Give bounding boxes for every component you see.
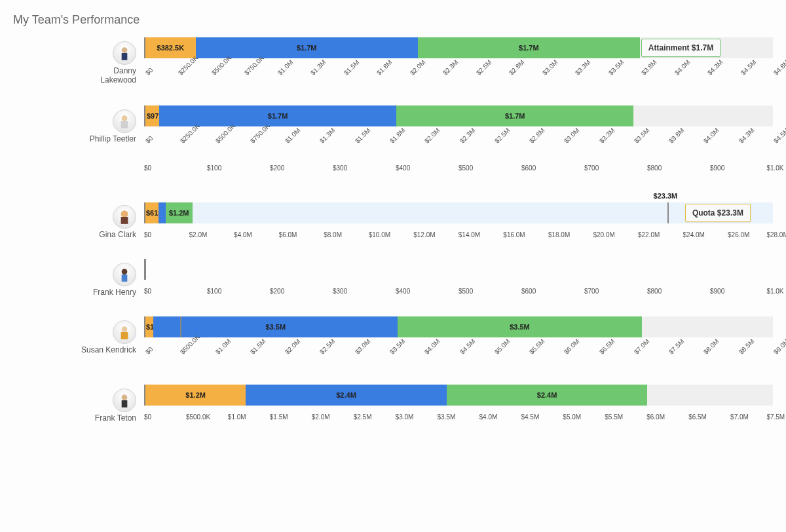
tick: $400 — [396, 164, 410, 172]
segment-green: $1.2M — [166, 202, 193, 223]
tick: $100 — [207, 164, 221, 172]
bar-track-empty — [144, 259, 773, 280]
tick: $2.8M — [508, 58, 525, 76]
tick: $600 — [521, 288, 536, 295]
svg-rect-5 — [121, 217, 128, 224]
segment-orange: $97.8K — [145, 105, 159, 126]
tick: $1.5M — [343, 58, 360, 76]
tick: $4.5M — [739, 58, 757, 76]
quota-line — [667, 202, 669, 223]
tick: $9.0M — [772, 337, 786, 355]
tick: $1.8M — [388, 126, 406, 144]
svg-point-8 — [122, 326, 128, 332]
tick: $600 — [521, 164, 536, 172]
person-name: Frank Henry — [93, 288, 136, 297]
svg-point-10 — [122, 394, 128, 400]
segment-green: $2.4M — [447, 385, 648, 406]
tick: $1.0K — [766, 164, 783, 172]
tick: $0 — [144, 164, 151, 172]
tick: $1.0M — [284, 126, 301, 144]
tick: $2.5M — [475, 58, 493, 76]
tick: $2.3M — [441, 58, 459, 76]
perf-row-frank-teton: Frank Teton $1.2M $2.4M $2.4M $0 $500.0K… — [13, 385, 773, 423]
segment-orange: $382.5K — [145, 37, 196, 58]
tick: $900 — [710, 164, 724, 172]
tick: $1.8M — [375, 58, 393, 76]
perf-row-phillip-teetler: Phillip Teetler $97.8K $1.7M $1.7M $0 $2… — [13, 105, 773, 172]
tick: $0 — [144, 288, 151, 295]
tick: $500.0K — [186, 413, 210, 421]
segment-blue: $2.4M — [246, 385, 447, 406]
tick: $6.0M — [279, 231, 297, 238]
tick: $8.5M — [738, 337, 755, 355]
svg-point-0 — [122, 47, 128, 53]
tick: $800 — [647, 288, 662, 295]
tick: $4.8M — [772, 58, 786, 76]
tick: $20.0M — [593, 231, 614, 238]
bar-track: $615 $1.2M Quota $23.3M — [144, 202, 773, 223]
tick: $0 — [144, 345, 155, 356]
axis: $0 $100 $200 $300 $400 $500 $600 $700 $8… — [144, 281, 773, 295]
tick: $3.3M — [574, 58, 591, 76]
tick: $900 — [710, 288, 724, 295]
bar-track: $382.5K $1.7M $1.7M Attainment $1.7M — [144, 37, 773, 58]
avatar — [113, 109, 136, 133]
perf-row-frank-henry: Frank Henry $0 $100 $200 $300 $400 $500 … — [13, 259, 773, 297]
tick: $4.3M — [706, 58, 724, 76]
svg-point-4 — [121, 210, 128, 218]
tick: $1.0M — [228, 413, 246, 421]
attainment-tooltip: Attainment $1.7M — [641, 39, 720, 57]
tick: $6.5M — [688, 413, 707, 421]
svg-rect-1 — [122, 53, 128, 60]
tick: $18.0M — [548, 231, 570, 238]
tick: $400 — [396, 288, 410, 295]
tick: $3.0M — [354, 337, 371, 355]
tick: $3.0M — [396, 413, 414, 421]
tick: $26.0M — [728, 231, 749, 238]
segment-green: $1.7M — [418, 37, 640, 58]
tick: $200 — [270, 288, 284, 295]
bar-track: $97.8K $1.7M $1.7M — [144, 105, 773, 126]
tick: $0 — [144, 231, 151, 238]
tick: $7.5M — [667, 337, 685, 355]
tick: $5.0M — [563, 413, 581, 421]
tick: $5.5M — [528, 337, 546, 355]
tick: $300 — [333, 288, 347, 295]
tick: $3.5M — [607, 58, 625, 76]
svg-point-2 — [122, 115, 128, 121]
segment-green: $1.7M — [396, 105, 633, 126]
tick: $7.0M — [633, 337, 650, 355]
segment-orange: $119.5K — [145, 316, 153, 337]
tick: $4.5M — [458, 337, 476, 355]
page-title: My Team's Performance — [13, 13, 773, 27]
tick: $1.5M — [270, 413, 288, 421]
tick: $10.0M — [369, 231, 390, 238]
person-name: Danny Lakewood — [77, 66, 136, 85]
perf-row-danny-lakewood: Danny Lakewood $382.5K $1.7M $1.7M Attai… — [13, 37, 773, 86]
tick: $24.0M — [683, 231, 705, 238]
svg-rect-3 — [121, 121, 128, 128]
tick: $2.5M — [493, 126, 511, 144]
tick: $2.0M — [284, 337, 301, 355]
tick: $22.0M — [638, 231, 660, 238]
tick: $2.5M — [318, 337, 336, 355]
tick: $6.0M — [646, 413, 665, 421]
bar-track: $1.2M $2.4M $2.4M — [144, 385, 773, 406]
tick: $4.0M — [234, 231, 252, 238]
tick: $0 — [144, 413, 151, 421]
tick: $2.3M — [458, 126, 476, 144]
tick: $4.5M — [772, 126, 786, 144]
tick: $500 — [458, 288, 473, 295]
tick: $4.0M — [423, 337, 441, 355]
tick: $16.0M — [503, 231, 525, 238]
person-name: Gina Clark — [99, 230, 136, 239]
avatar — [113, 263, 136, 286]
tick: $7.0M — [730, 413, 749, 421]
axis-rotated: $0 $250.0K $500.0K $750.0K $1.0M $1.3M $… — [144, 128, 773, 154]
quota-value-label: $23.3M — [654, 192, 678, 200]
perf-row-susan-kendrick: Susan Kendrick $119.5K $3.5M $3.5M $0 $5… — [13, 316, 773, 365]
tick: $2.0M — [312, 413, 330, 421]
tick: $3.5M — [388, 337, 406, 355]
tick: $12.0M — [413, 231, 435, 238]
segment-blue — [159, 202, 166, 223]
